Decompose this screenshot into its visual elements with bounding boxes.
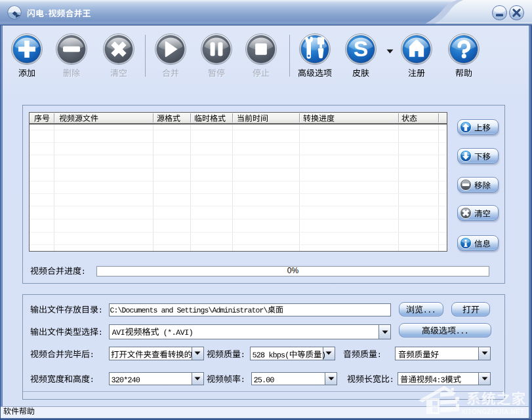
svg-text:S: S: [354, 37, 368, 61]
